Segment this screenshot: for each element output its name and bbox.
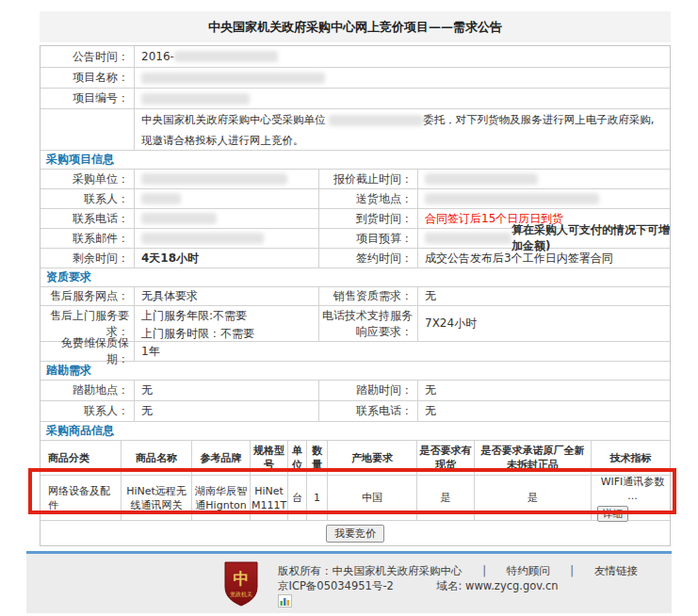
sign-time-label: 签约时间： bbox=[319, 249, 418, 267]
survey-time-value: 无 bbox=[418, 381, 670, 400]
row-intro: 中央国家机关政府采购中心受采购单位 委托，对下列货物及服务进行网上电子政府采购,… bbox=[41, 108, 670, 150]
survey-time-label: 踏勘时间： bbox=[319, 381, 418, 400]
row-email: 联系邮件： 项目预算： 算在采购人可支付的情况下可增加金额) bbox=[41, 228, 670, 248]
col-category: 商品分类 bbox=[41, 441, 122, 475]
row-contact: 联系人： 送货地点： bbox=[41, 188, 670, 208]
survey-phone-label: 联系电话： bbox=[319, 401, 418, 421]
cell-tech: WIFI通讯参数 ... 详细 bbox=[592, 476, 670, 520]
survey-contact-label: 联系人： bbox=[41, 401, 135, 421]
footer-line2: 京ICP备05034951号-2 域名: www.zycg.gov.cn bbox=[278, 578, 638, 593]
product-table-row: 网络设备及配件 HiNet远程无线通讯网关 湖南华辰智通Hignton HiNe… bbox=[41, 475, 670, 520]
footer: 中 党政机关 版权所有：中央国家机关政府采购中心 | 特约顾问 | 友情链接 京… bbox=[26, 554, 672, 613]
project-number-value bbox=[135, 89, 670, 108]
sales-qualification-label: 销售资质需求： bbox=[319, 287, 418, 305]
cell-brand: 湖南华辰智通Hignton bbox=[192, 476, 251, 520]
row-announce-time: 公告时间： 2016- bbox=[41, 46, 670, 67]
col-model: 规格型号 bbox=[251, 441, 288, 475]
row-project-number: 项目编号： bbox=[41, 88, 670, 108]
logo-banner-text: 党政机关 bbox=[230, 591, 252, 598]
redacted-value bbox=[174, 51, 278, 62]
announcement-panel: 中央国家机关政府采购中心网上竞价项目——需求公告 公告时间： 2016- 项目名… bbox=[40, 11, 671, 546]
visitor-counter-icon[interactable] bbox=[278, 594, 292, 611]
row-survey-place: 踏勘地点： 无 踏勘时间： 无 bbox=[41, 380, 670, 400]
contact-value bbox=[135, 189, 319, 208]
copyright-text: 版权所有：中央国家机关政府采购中心 bbox=[278, 564, 463, 577]
footer-line1: 版权所有：中央国家机关政府采购中心 | 特约顾问 | 友情链接 bbox=[278, 563, 638, 578]
cell-category: 网络设备及配件 bbox=[41, 476, 122, 520]
section-product-info: 采购商品信息 bbox=[41, 421, 670, 440]
cell-qty: 1 bbox=[307, 476, 328, 520]
redacted-value bbox=[425, 173, 538, 185]
section-survey: 踏勘需求 bbox=[41, 361, 670, 380]
cell-origin: 中国 bbox=[328, 476, 417, 520]
project-name-label: 项目名称： bbox=[41, 68, 135, 88]
survey-phone-value: 无 bbox=[418, 401, 670, 421]
row-remaining-time: 剩余时间： 4天18小时 签约时间： 成交公告发布后3个工作日内签署合同 bbox=[41, 248, 670, 267]
sign-time-value: 成交公告发布后3个工作日内签署合同 bbox=[418, 249, 670, 267]
redacted-value bbox=[141, 73, 325, 84]
phone-label: 联系电话： bbox=[41, 209, 135, 228]
footer-separator: | bbox=[482, 564, 486, 577]
survey-place-label: 踏勘地点： bbox=[41, 381, 135, 400]
page: 中央国家机关政府采购中心网上竞价项目——需求公告 公告时间： 2016- 项目名… bbox=[0, 0, 698, 616]
redacted-value bbox=[141, 213, 217, 224]
col-stock: 是否要求有现货 bbox=[417, 441, 475, 475]
cell-name: HiNet远程无线通讯网关 bbox=[122, 476, 192, 520]
col-unit: 单位 bbox=[288, 441, 307, 475]
icp-number: 京ICP备05034951号-2 bbox=[278, 578, 394, 593]
redacted-value bbox=[141, 193, 181, 204]
remaining-time-value: 4天18小时 bbox=[135, 249, 319, 267]
announce-time-value: 2016- bbox=[135, 46, 670, 67]
email-value bbox=[135, 229, 319, 248]
row-project-name: 项目名称： bbox=[41, 67, 670, 88]
col-origin: 产地要求 bbox=[328, 441, 417, 475]
contact-label: 联系人： bbox=[41, 189, 135, 208]
redacted-value bbox=[141, 173, 287, 185]
announce-time-label: 公告时间： bbox=[41, 46, 135, 67]
cell-sealed: 是 bbox=[475, 476, 592, 520]
row-purchaser: 采购单位： 报价截止时间： bbox=[41, 169, 670, 188]
delivery-place-label: 送货地点： bbox=[319, 189, 418, 208]
col-qty: 数量 bbox=[307, 441, 328, 475]
footer-text: 版权所有：中央国家机关政府采购中心 | 特约顾问 | 友情链接 京ICP备050… bbox=[278, 563, 638, 611]
row-survey-contact: 联系人： 无 联系电话： 无 bbox=[41, 400, 670, 421]
survey-place-value: 无 bbox=[135, 381, 319, 400]
section-project-info: 采购项目信息 bbox=[41, 150, 670, 169]
product-table-header: 商品分类 商品名称 参考品牌 规格型号 单位 数量 产地要求 是否要求有现货 是… bbox=[41, 440, 670, 475]
phone-value bbox=[135, 209, 319, 228]
col-sealed: 是否要求承诺原厂全新未拆封正品 bbox=[475, 441, 592, 475]
friend-links-link[interactable]: 友情链接 bbox=[594, 564, 638, 577]
arrival-time-label: 到货时间： bbox=[319, 209, 418, 228]
row-onsite-service: 售后上门服务要求： 上门服务年限:不需要 上门服务时限：不需要 电话技术支持服务… bbox=[41, 305, 670, 341]
intro-empty-label bbox=[41, 109, 135, 150]
consultant-link[interactable]: 特约顾问 bbox=[507, 564, 550, 577]
col-brand: 参考品牌 bbox=[192, 441, 251, 475]
logo-zhong-glyph: 中 bbox=[234, 569, 250, 588]
row-warranty: 免费维保质保期： 1年 bbox=[41, 341, 670, 361]
redacted-value bbox=[425, 193, 599, 204]
warranty-value: 1年 bbox=[135, 342, 670, 361]
warranty-label: 免费维保质保期： bbox=[41, 342, 135, 361]
row-service-outlet: 售后服务网点： 无具体要求 销售资质需求： 无 bbox=[41, 286, 670, 305]
bid-button[interactable]: 我要竞价 bbox=[326, 525, 384, 543]
domain-text: 域名: www.zycg.gov.cn bbox=[437, 578, 559, 593]
delivery-place-value bbox=[418, 189, 670, 208]
quote-deadline-value bbox=[418, 170, 670, 188]
budget-value: 算在采购人可支付的情况下可增加金额) bbox=[418, 229, 670, 248]
cell-unit: 台 bbox=[288, 476, 307, 520]
phone-support-label: 电话技术支持服务响应要求： bbox=[319, 306, 418, 341]
row-bid-action: 我要竞价 bbox=[41, 520, 670, 545]
cell-stock: 是 bbox=[417, 476, 475, 520]
remaining-time-label: 剩余时间： bbox=[41, 249, 135, 267]
redacted-value bbox=[141, 233, 264, 244]
sales-qualification-value: 无 bbox=[418, 287, 670, 305]
tech-summary: WIFI通讯参数 ... bbox=[597, 475, 668, 503]
footer-line3 bbox=[278, 593, 638, 611]
project-name-value bbox=[135, 68, 670, 88]
survey-contact-value: 无 bbox=[135, 401, 319, 421]
detail-button[interactable]: 详细 bbox=[597, 506, 628, 522]
announcement-table: 公告时间： 2016- 项目名称： 项目编号： bbox=[40, 45, 671, 546]
email-label: 联系邮件： bbox=[41, 229, 135, 248]
gov-procurement-logo-icon: 中 党政机关 bbox=[224, 561, 258, 607]
intro-paragraph: 中央国家机关政府采购中心受采购单位 委托，对下列货物及服务进行网上电子政府采购,… bbox=[135, 109, 670, 150]
